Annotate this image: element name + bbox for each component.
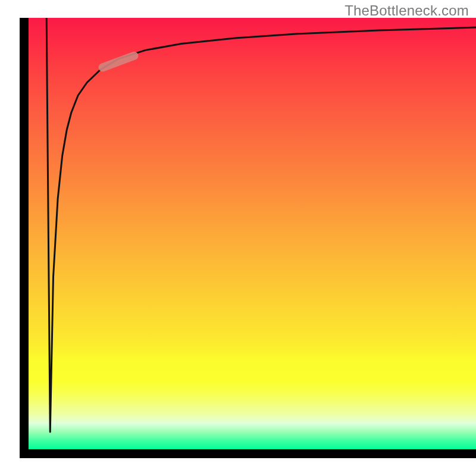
chart-container: TheBottleneck.com xyxy=(0,0,476,476)
watermark-text: TheBottleneck.com xyxy=(345,2,469,19)
plot-area xyxy=(29,18,476,449)
curve-main xyxy=(46,18,476,432)
plot-frame xyxy=(20,18,476,458)
curve-marker xyxy=(103,56,134,68)
curve-svg xyxy=(29,18,476,449)
